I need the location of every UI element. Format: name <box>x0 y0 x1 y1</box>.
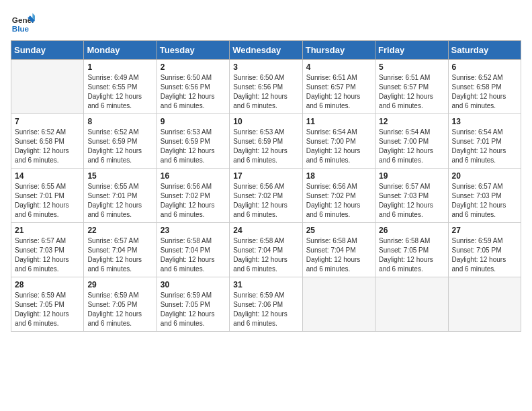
header-cell-wednesday: Wednesday <box>230 41 302 60</box>
day-number: 31 <box>233 280 298 289</box>
day-number: 25 <box>306 226 371 235</box>
day-number: 18 <box>306 171 371 181</box>
day-number: 21 <box>15 226 80 235</box>
day-info: Sunrise: 6:57 AM Sunset: 7:04 PM Dayligh… <box>87 236 152 274</box>
logo-icon: General Blue <box>11 11 35 35</box>
day-info: Sunrise: 6:52 AM Sunset: 6:59 PM Dayligh… <box>87 128 152 165</box>
day-info: Sunrise: 6:59 AM Sunset: 7:05 PM Dayligh… <box>87 291 152 328</box>
day-info: Sunrise: 6:50 AM Sunset: 6:56 PM Dayligh… <box>233 73 298 111</box>
day-info: Sunrise: 6:51 AM Sunset: 6:57 PM Dayligh… <box>306 73 371 111</box>
day-number: 1 <box>87 62 152 72</box>
day-cell: 31Sunrise: 6:59 AM Sunset: 7:06 PM Dayli… <box>230 277 302 332</box>
day-number: 24 <box>233 226 298 235</box>
header-cell-saturday: Saturday <box>448 41 521 60</box>
day-cell: 10Sunrise: 6:53 AM Sunset: 6:59 PM Dayli… <box>230 114 302 169</box>
day-info: Sunrise: 6:55 AM Sunset: 7:01 PM Dayligh… <box>15 182 80 220</box>
day-cell: 20Sunrise: 6:57 AM Sunset: 7:03 PM Dayli… <box>448 169 521 223</box>
header-cell-tuesday: Tuesday <box>157 41 229 60</box>
day-cell: 12Sunrise: 6:54 AM Sunset: 7:00 PM Dayli… <box>375 114 448 169</box>
day-number: 30 <box>161 280 226 289</box>
day-cell <box>11 60 84 114</box>
day-cell: 3Sunrise: 6:50 AM Sunset: 6:56 PM Daylig… <box>230 60 302 114</box>
day-info: Sunrise: 6:52 AM Sunset: 6:58 PM Dayligh… <box>15 128 80 165</box>
week-row-3: 14Sunrise: 6:55 AM Sunset: 7:01 PM Dayli… <box>11 169 521 223</box>
day-cell: 29Sunrise: 6:59 AM Sunset: 7:05 PM Dayli… <box>84 277 157 332</box>
day-info: Sunrise: 6:55 AM Sunset: 7:01 PM Dayligh… <box>87 182 152 220</box>
day-number: 13 <box>452 117 517 126</box>
calendar-table: SundayMondayTuesdayWednesdayThursdayFrid… <box>11 40 521 332</box>
day-cell: 23Sunrise: 6:58 AM Sunset: 7:04 PM Dayli… <box>157 223 229 277</box>
day-number: 10 <box>233 117 298 126</box>
header-cell-friday: Friday <box>375 41 448 60</box>
day-number: 12 <box>379 117 444 126</box>
day-info: Sunrise: 6:50 AM Sunset: 6:56 PM Dayligh… <box>161 73 226 111</box>
day-info: Sunrise: 6:52 AM Sunset: 6:58 PM Dayligh… <box>452 73 517 111</box>
day-number: 7 <box>15 117 80 126</box>
day-number: 3 <box>233 62 298 72</box>
day-info: Sunrise: 6:56 AM Sunset: 7:02 PM Dayligh… <box>161 182 226 220</box>
day-info: Sunrise: 6:58 AM Sunset: 7:04 PM Dayligh… <box>161 236 226 274</box>
day-cell <box>375 277 448 332</box>
day-number: 14 <box>15 171 80 181</box>
week-row-1: 1Sunrise: 6:49 AM Sunset: 6:55 PM Daylig… <box>11 60 521 114</box>
svg-text:Blue: Blue <box>12 24 30 33</box>
week-row-2: 7Sunrise: 6:52 AM Sunset: 6:58 PM Daylig… <box>11 114 521 169</box>
day-cell: 11Sunrise: 6:54 AM Sunset: 7:00 PM Dayli… <box>302 114 375 169</box>
day-info: Sunrise: 6:58 AM Sunset: 7:04 PM Dayligh… <box>306 236 371 274</box>
day-cell: 21Sunrise: 6:57 AM Sunset: 7:03 PM Dayli… <box>11 223 84 277</box>
day-cell: 13Sunrise: 6:54 AM Sunset: 7:01 PM Dayli… <box>448 114 521 169</box>
day-info: Sunrise: 6:59 AM Sunset: 7:05 PM Dayligh… <box>15 291 80 328</box>
day-cell: 14Sunrise: 6:55 AM Sunset: 7:01 PM Dayli… <box>11 169 84 223</box>
header-cell-sunday: Sunday <box>11 41 84 60</box>
week-row-5: 28Sunrise: 6:59 AM Sunset: 7:05 PM Dayli… <box>11 277 521 332</box>
day-number: 15 <box>87 171 152 181</box>
day-cell: 17Sunrise: 6:56 AM Sunset: 7:02 PM Dayli… <box>230 169 302 223</box>
day-cell: 26Sunrise: 6:58 AM Sunset: 7:05 PM Dayli… <box>375 223 448 277</box>
calendar-body: 1Sunrise: 6:49 AM Sunset: 6:55 PM Daylig… <box>11 60 521 332</box>
day-info: Sunrise: 6:54 AM Sunset: 7:00 PM Dayligh… <box>379 128 444 165</box>
day-cell: 28Sunrise: 6:59 AM Sunset: 7:05 PM Dayli… <box>11 277 84 332</box>
header-cell-monday: Monday <box>84 41 157 60</box>
day-info: Sunrise: 6:57 AM Sunset: 7:03 PM Dayligh… <box>379 182 444 220</box>
day-number: 29 <box>87 280 152 289</box>
day-cell: 2Sunrise: 6:50 AM Sunset: 6:56 PM Daylig… <box>157 60 229 114</box>
day-cell: 9Sunrise: 6:53 AM Sunset: 6:59 PM Daylig… <box>157 114 229 169</box>
day-info: Sunrise: 6:49 AM Sunset: 6:55 PM Dayligh… <box>87 73 152 111</box>
day-cell: 8Sunrise: 6:52 AM Sunset: 6:59 PM Daylig… <box>84 114 157 169</box>
day-number: 20 <box>452 171 517 181</box>
day-info: Sunrise: 6:57 AM Sunset: 7:03 PM Dayligh… <box>15 236 80 274</box>
day-cell: 15Sunrise: 6:55 AM Sunset: 7:01 PM Dayli… <box>84 169 157 223</box>
day-cell <box>448 277 521 332</box>
day-info: Sunrise: 6:53 AM Sunset: 6:59 PM Dayligh… <box>161 128 226 165</box>
day-number: 27 <box>452 226 517 235</box>
day-number: 16 <box>161 171 226 181</box>
day-info: Sunrise: 6:59 AM Sunset: 7:05 PM Dayligh… <box>161 291 226 328</box>
day-number: 6 <box>452 62 517 72</box>
day-number: 9 <box>161 117 226 126</box>
day-number: 28 <box>15 280 80 289</box>
day-cell: 19Sunrise: 6:57 AM Sunset: 7:03 PM Dayli… <box>375 169 448 223</box>
day-info: Sunrise: 6:56 AM Sunset: 7:02 PM Dayligh… <box>233 182 298 220</box>
day-number: 2 <box>161 62 226 72</box>
day-info: Sunrise: 6:59 AM Sunset: 7:05 PM Dayligh… <box>452 236 517 274</box>
day-info: Sunrise: 6:54 AM Sunset: 7:00 PM Dayligh… <box>306 128 371 165</box>
day-number: 17 <box>233 171 298 181</box>
header-row: SundayMondayTuesdayWednesdayThursdayFrid… <box>11 41 521 60</box>
day-cell: 22Sunrise: 6:57 AM Sunset: 7:04 PM Dayli… <box>84 223 157 277</box>
day-info: Sunrise: 6:57 AM Sunset: 7:03 PM Dayligh… <box>452 182 517 220</box>
week-row-4: 21Sunrise: 6:57 AM Sunset: 7:03 PM Dayli… <box>11 223 521 277</box>
day-number: 26 <box>379 226 444 235</box>
day-number: 11 <box>306 117 371 126</box>
day-cell: 6Sunrise: 6:52 AM Sunset: 6:58 PM Daylig… <box>448 60 521 114</box>
day-cell: 30Sunrise: 6:59 AM Sunset: 7:05 PM Dayli… <box>157 277 229 332</box>
day-cell: 5Sunrise: 6:51 AM Sunset: 6:57 PM Daylig… <box>375 60 448 114</box>
day-cell: 27Sunrise: 6:59 AM Sunset: 7:05 PM Dayli… <box>448 223 521 277</box>
header-cell-thursday: Thursday <box>302 41 375 60</box>
day-info: Sunrise: 6:58 AM Sunset: 7:04 PM Dayligh… <box>233 236 298 274</box>
day-number: 23 <box>161 226 226 235</box>
day-info: Sunrise: 6:51 AM Sunset: 6:57 PM Dayligh… <box>379 73 444 111</box>
page-header: General Blue <box>11 11 521 35</box>
day-number: 19 <box>379 171 444 181</box>
day-info: Sunrise: 6:58 AM Sunset: 7:05 PM Dayligh… <box>379 236 444 274</box>
day-cell: 25Sunrise: 6:58 AM Sunset: 7:04 PM Dayli… <box>302 223 375 277</box>
